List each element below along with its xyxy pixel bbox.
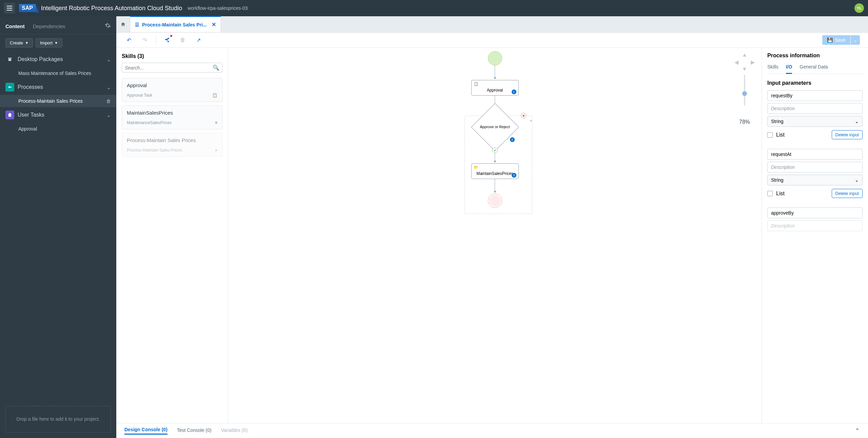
trash-icon[interactable]: 🗑 [106,98,111,104]
bottom-bar: Design Console (0) Test Console (0) Vari… [116,423,868,438]
tree-group-desktop-packages[interactable]: Desktop Packages ⌄ [0,52,116,67]
bottom-tab-design[interactable]: Design Console (0) [124,427,167,435]
param-name-field[interactable]: approveBy [767,207,863,218]
param-type-select[interactable]: String ⌄ [767,116,863,127]
chevron-down-icon: ⌄ [855,119,859,124]
delete-input-button[interactable]: Delete input [832,189,863,198]
chevron-down-icon: ⌄ [106,56,111,63]
chevron-down-icon: ⌄ [855,177,859,183]
sidebar-tab-dependencies[interactable]: Dependencies [33,23,65,29]
export-button[interactable]: ↗ [194,36,203,44]
hamburger-icon [7,6,12,11]
param-desc-field[interactable]: Description [767,220,863,231]
process-icon [5,83,14,92]
node-approval[interactable]: 📋 Approval 1 [471,80,519,96]
panel-tab-general[interactable]: General Data [800,64,828,74]
search-input[interactable] [125,65,213,71]
panel-title: Process information [767,53,863,59]
user-task-icon [5,111,14,119]
tree-item-process-maintain[interactable]: Process-Maintain Sales Prices 🗑 [0,95,116,107]
chevron-down-icon: ▼ [25,41,28,45]
reject-icon[interactable]: ✕ [521,113,526,118]
pan-widget[interactable]: ▲ ▼ ◀ ▶ [734,52,755,72]
share-button[interactable] [163,36,172,44]
delete-button[interactable]: 🗑 [178,36,187,44]
list-checkbox[interactable] [767,191,773,196]
create-button[interactable]: Create▼ [5,38,33,47]
param-name-field[interactable]: requestBy [767,90,863,101]
layers-icon: ≡ [215,120,217,125]
package-icon [5,55,14,64]
zoom-thumb[interactable] [742,91,747,96]
sidebar: Content Dependencies Create▼ Import▼ Des… [0,16,116,438]
menu-button[interactable] [4,3,15,14]
workflow-icon: ☰ [135,22,139,27]
tab-process-maintain[interactable]: ☰ Process-Maintain Sales Pri... ✕ [130,16,221,32]
clipboard-icon: 📋 [212,93,217,98]
skills-title: Skills (3) [122,53,222,59]
param-desc-field[interactable]: Description [767,162,863,173]
list-checkbox[interactable] [767,132,773,138]
import-button[interactable]: Import▼ [36,38,62,47]
param-approveby: approveBy Description [767,207,863,231]
tab-strip: ☰ Process-Maintain Sales Pri... ✕ [116,16,868,33]
close-icon[interactable]: ✕ [212,21,216,28]
zoom-level: 78% [739,119,750,125]
tree-item-approval[interactable]: Approval [0,123,116,135]
app-title: Intelligent Robotic Process Automation C… [41,5,182,12]
pan-up[interactable]: ▲ [742,52,747,58]
drop-zone[interactable]: Drop a file here to add it to your proje… [5,406,111,433]
end-node[interactable] [488,194,502,208]
search-icon: 🔍 [213,64,219,71]
flow-canvas[interactable]: ⌄ 📋 Approval 1 Approve or Reject [228,48,762,423]
chevron-down-icon: ⌄ [106,112,111,118]
save-icon: 💾 [827,37,833,43]
redo-button: ↷ [140,36,149,44]
pan-down[interactable]: ▼ [742,66,747,72]
gear-icon[interactable] [105,22,111,30]
param-desc-field[interactable]: Description [767,103,863,114]
node-maintain[interactable]: 📁 MaintainSalesPrices 3 [471,163,519,179]
tree-item-mass-maintenance[interactable]: Mass Maintenance of Sales Prices [0,67,116,79]
chevron-down-icon: ▼ [55,41,58,45]
delete-input-button[interactable]: Delete input [832,130,863,139]
user-avatar[interactable]: YL [854,3,864,13]
input-params-title: Input parameters [767,80,863,86]
param-name-field[interactable]: requestAt [767,149,863,160]
param-requestby: requestBy Description String ⌄ List Dele… [767,90,863,139]
tree-group-processes[interactable]: Processes ⌄ [0,79,116,95]
tree-group-user-tasks[interactable]: User Tasks ⌄ [0,107,116,123]
bottom-tab-variables[interactable]: Variables (0) [221,427,248,434]
zoom-controls: ▲ ▼ ◀ ▶ 78% [734,52,755,125]
content-area: ☰ Process-Maintain Sales Pri... ✕ ↶ ↷ 🗑 … [116,16,868,438]
param-type-select[interactable]: String ⌄ [767,175,863,185]
app-header: SAP Intelligent Robotic Process Automati… [0,0,868,16]
approve-icon: ✓ [492,147,498,153]
zoom-slider[interactable] [744,75,745,105]
skill-card-process[interactable]: Process-Maintain Sales Prices Process-Ma… [122,133,222,157]
skill-card-maintain[interactable]: MaintainSalesPrices MaintenanceSalesPric… [122,105,222,130]
home-tab[interactable] [116,16,130,32]
sap-logo: SAP [19,4,36,12]
skills-panel: Skills (3) 🔍 Approval Approval Task📋 Mai… [116,48,228,423]
skills-search[interactable]: 🔍 [122,63,222,73]
folder-icon: 📁 [474,165,478,170]
undo-button[interactable]: ↶ [124,36,133,44]
bottom-tab-test[interactable]: Test Console (0) [177,427,212,434]
save-button[interactable]: 💾 Save [822,35,850,45]
panel-tab-io[interactable]: I/O [786,64,792,74]
panel-tab-skills[interactable]: Skills [767,64,778,74]
save-dropdown[interactable]: ⌄ [851,35,860,45]
sidebar-tab-content[interactable]: Content [5,23,25,29]
toolbar: ↶ ↷ 🗑 ↗ 💾 Save ⌄ [116,33,868,48]
skill-card-approval[interactable]: Approval Approval Task📋 [122,78,222,102]
pan-right[interactable]: ▶ [751,59,755,65]
start-node[interactable] [488,51,502,65]
right-panel: Process information Skills I/O General D… [762,48,868,423]
expand-icon[interactable]: ⌃ [855,427,860,435]
pan-left[interactable]: ◀ [734,59,738,65]
clipboard-icon: 📋 [474,82,478,86]
node-decision[interactable]: Approve or Reject ✕ 2 [465,110,526,144]
project-name: workflow-irpa-salesprices-03 [188,5,248,11]
param-requestat: requestAt Description String ⌄ List Dele… [767,149,863,198]
